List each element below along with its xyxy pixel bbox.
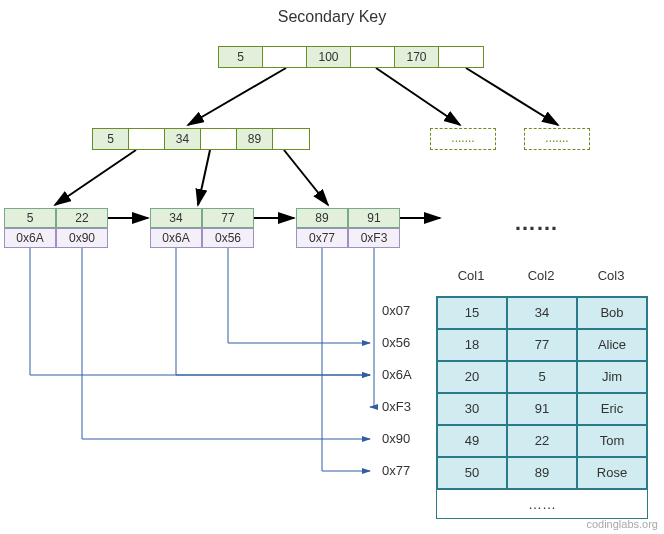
table-header-row: Col1 Col2 Col3 bbox=[436, 268, 646, 283]
table-cell: 49 bbox=[437, 425, 507, 457]
leaf-key: 89 bbox=[296, 209, 348, 228]
row-address: 0x6A bbox=[382, 367, 412, 382]
row-address: 0x07 bbox=[382, 303, 410, 318]
row-address: 0xF3 bbox=[382, 399, 411, 414]
table-cell: 30 bbox=[437, 393, 507, 425]
root-ptr-1 bbox=[351, 47, 395, 67]
svg-line-3 bbox=[55, 150, 136, 205]
svg-line-0 bbox=[188, 68, 286, 125]
ellipsis-icon: …… bbox=[514, 210, 558, 236]
root-ptr-2 bbox=[439, 47, 483, 67]
table-cell: Bob bbox=[577, 297, 647, 329]
leaf-key: 91 bbox=[348, 209, 400, 228]
table-cell: 15 bbox=[437, 297, 507, 329]
table-header: Col3 bbox=[576, 268, 646, 283]
leaf-key: 34 bbox=[150, 209, 202, 228]
root-key-1: 100 bbox=[307, 47, 351, 67]
root-ptr-0 bbox=[263, 47, 307, 67]
svg-line-4 bbox=[198, 150, 210, 205]
internal-ptr-1 bbox=[201, 129, 237, 149]
heap-table: 15 34 Bob 18 77 Alice 20 5 Jim 30 91 Eri… bbox=[436, 296, 648, 519]
table-row: 30 91 Eric bbox=[437, 393, 647, 425]
internal-ptr-0 bbox=[129, 129, 165, 149]
table-row: 20 5 Jim bbox=[437, 361, 647, 393]
svg-line-5 bbox=[284, 150, 328, 205]
btree-placeholder-node: ....... bbox=[524, 128, 590, 150]
root-key-2: 170 bbox=[395, 47, 439, 67]
table-cell: 20 bbox=[437, 361, 507, 393]
leaf-pointer: 0xF3 bbox=[348, 228, 400, 248]
table-row: 49 22 Tom bbox=[437, 425, 647, 457]
leaf-pointer: 0x6A bbox=[4, 228, 56, 248]
table-cell: 18 bbox=[437, 329, 507, 361]
leaf-key: 22 bbox=[56, 209, 108, 228]
internal-key-1: 34 bbox=[165, 129, 201, 149]
root-key-0: 5 bbox=[219, 47, 263, 67]
btree-internal-node: 5 34 89 bbox=[92, 128, 310, 150]
table-cell: Alice bbox=[577, 329, 647, 361]
leaf-pointer: 0x6A bbox=[150, 228, 202, 248]
btree-leaf-node: 89 91 0x77 0xF3 bbox=[296, 208, 400, 248]
btree-placeholder-node: ....... bbox=[430, 128, 496, 150]
table-cell: 5 bbox=[507, 361, 577, 393]
diagram-title: Secondary Key bbox=[0, 8, 664, 26]
leaf-pointer: 0x90 bbox=[56, 228, 108, 248]
leaf-pointer: 0x56 bbox=[202, 228, 254, 248]
table-cell: Rose bbox=[577, 457, 647, 489]
row-address: 0x77 bbox=[382, 463, 410, 478]
table-row: 50 89 Rose bbox=[437, 457, 647, 489]
table-row: 18 77 Alice bbox=[437, 329, 647, 361]
table-cell: 77 bbox=[507, 329, 577, 361]
table-cell: 91 bbox=[507, 393, 577, 425]
btree-leaf-node: 34 77 0x6A 0x56 bbox=[150, 208, 254, 248]
table-cell: 50 bbox=[437, 457, 507, 489]
table-cell: Jim bbox=[577, 361, 647, 393]
btree-root-node: 5 100 170 bbox=[218, 46, 484, 68]
table-cell: 22 bbox=[507, 425, 577, 457]
internal-key-2: 89 bbox=[237, 129, 273, 149]
internal-key-0: 5 bbox=[93, 129, 129, 149]
row-address: 0x90 bbox=[382, 431, 410, 446]
table-cell: 89 bbox=[507, 457, 577, 489]
watermark: codinglabs.org bbox=[586, 518, 658, 530]
table-row: 15 34 Bob bbox=[437, 297, 647, 329]
leaf-key: 77 bbox=[202, 209, 254, 228]
svg-line-2 bbox=[466, 68, 558, 125]
table-cell: Tom bbox=[577, 425, 647, 457]
table-cell: 34 bbox=[507, 297, 577, 329]
svg-line-1 bbox=[376, 68, 460, 125]
btree-leaf-node: 5 22 0x6A 0x90 bbox=[4, 208, 108, 248]
table-header: Col1 bbox=[436, 268, 506, 283]
table-footer: …… bbox=[437, 489, 647, 518]
leaf-pointer: 0x77 bbox=[296, 228, 348, 248]
leaf-key: 5 bbox=[4, 209, 56, 228]
table-cell: Eric bbox=[577, 393, 647, 425]
internal-ptr-2 bbox=[273, 129, 309, 149]
table-header: Col2 bbox=[506, 268, 576, 283]
row-address: 0x56 bbox=[382, 335, 410, 350]
